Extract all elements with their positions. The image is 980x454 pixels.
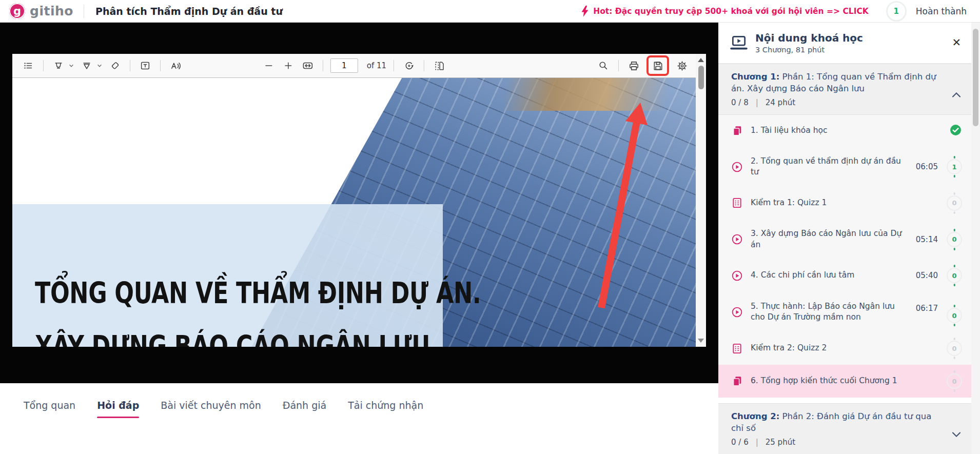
tab-tai-chung-nhan[interactable]: Tải chứng nhận (348, 400, 423, 418)
badge-count: 1 (952, 163, 956, 171)
chevron-down-icon[interactable] (952, 431, 961, 438)
sidebar-subtitle: 3 Chương, 81 phút (755, 46, 863, 54)
zoom-in-icon[interactable] (281, 58, 296, 73)
chapter-2-label: Chương 2: (731, 411, 779, 421)
page-scroll-thumb[interactable] (973, 29, 978, 126)
chapter-1-duration: 24 phút (766, 98, 795, 107)
pdf-scroll-thumb[interactable] (698, 66, 704, 89)
fit-width-icon[interactable] (300, 58, 316, 73)
page-spread-icon[interactable] (432, 58, 447, 73)
chapter-1-meta: 0 / 8 | 24 phút (731, 98, 945, 107)
close-icon[interactable]: ✕ (952, 37, 961, 48)
toolbar-divider (394, 60, 394, 71)
chapter-2-meta: 0 / 6 | 25 phút (731, 438, 945, 447)
chevron-up-icon[interactable] (952, 92, 961, 98)
lesson-progress-badge: 1 (947, 159, 962, 174)
chapter-1-label: Chương 1: (731, 72, 779, 82)
chapter-2-title: Chương 2: Phần 2: Đánh giá Dự án đầu tư … (731, 411, 945, 435)
app-header: g gitiho Phân tích Thẩm định Dự án đầu t… (0, 0, 980, 23)
draw-pen-options-chevron-icon[interactable] (95, 58, 103, 73)
chapter-2-progress: 0 / 6 (731, 438, 749, 447)
scroll-down-icon[interactable] (698, 339, 704, 343)
gitiho-logo[interactable]: g gitiho (0, 3, 73, 19)
tab-danh-gia[interactable]: Đánh giá (283, 400, 326, 418)
play-icon (731, 306, 743, 318)
sidebar-header: Nội dung khoá học 3 Chương, 81 phút ✕ (718, 23, 971, 64)
hot-promo-text: Hot: Đặc quyền truy cập 500+ khoá với gó… (593, 7, 869, 16)
tab-hoi-dap[interactable]: Hỏi đáp (97, 400, 139, 418)
toolbar-divider (130, 60, 130, 71)
header-divider (84, 5, 84, 18)
page-scrollbar[interactable] (971, 23, 980, 454)
crane-accent (480, 78, 696, 111)
lesson-title: Kiểm tra 1: Quizz 1 (751, 198, 930, 209)
tab-tong-quan[interactable]: Tổng quan (24, 400, 75, 418)
course-title: Phân tích Thẩm định Dự án đầu tư (95, 6, 283, 17)
pdf-page[interactable]: TỔNG QUAN VỀ THẨM ĐỊNH DỰ ÁN. XÂY DỰNG B… (12, 78, 696, 347)
settings-gear-icon[interactable] (674, 58, 690, 73)
draw-pen-tool-icon[interactable] (79, 58, 94, 73)
toolbar-divider (618, 60, 619, 71)
search-icon[interactable] (596, 58, 611, 73)
chapter-1-title: Chương 1: Phần 1: Tổng quan về Thẩm định… (731, 71, 945, 95)
document-icon (731, 125, 743, 136)
complete-button[interactable]: Hoàn thành (916, 6, 967, 16)
course-tabs-section: Tổng quan Hỏi đáp Bài viết chuyên môn Đá… (0, 383, 718, 454)
eraser-tool-icon[interactable] (107, 58, 123, 73)
lesson-row[interactable]: 4. Các chi phí cần lưu tâm 05:40 0 (718, 259, 971, 292)
chapter-1-header[interactable]: Chương 1: Phần 1: Tổng quan về Thẩm định… (718, 64, 971, 115)
pdf-viewer: of 11 (12, 54, 706, 347)
lesson-row[interactable]: Kiểm tra 1: Quizz 1 0 (718, 187, 971, 220)
lesson-row-active[interactable]: 6. Tổng hợp kiến thức cuối Chương 1 0 (718, 365, 971, 398)
lesson-duration: 05:40 (916, 271, 938, 280)
lesson-progress-badge: 0 (947, 308, 962, 323)
hot-promo-link[interactable]: Hot: Đặc quyền truy cập 500+ khoá với gó… (581, 6, 869, 17)
lesson-row[interactable]: 1. Tài liệu khóa học (718, 115, 971, 147)
lesson-row[interactable]: 2. Tổng quan về thẩm định dự án đầu tư 0… (718, 147, 971, 187)
quiz-icon (731, 197, 743, 209)
lesson-progress-badge: 0 (947, 268, 962, 283)
quiz-icon (731, 343, 743, 354)
chapter-2-section: Chương 2: Phần 2: Đánh giá Dự án đầu tư … (718, 403, 971, 454)
progress-count-badge[interactable]: 1 (886, 1, 907, 22)
badge-count: 0 (952, 272, 956, 280)
lesson-row[interactable]: Kiểm tra 2: Quizz 2 0 (718, 332, 971, 365)
chapter-2-header[interactable]: Chương 2: Phần 2: Đánh giá Dự án đầu tư … (718, 403, 971, 454)
zoom-out-icon[interactable] (261, 58, 277, 73)
viewer-stage: of 11 (0, 23, 718, 383)
lesson-progress-badge: 0 (947, 341, 962, 356)
play-icon (731, 270, 743, 282)
lesson-title: 6. Tổng hợp kiến thức cuối Chương 1 (751, 376, 930, 387)
badge-count: 0 (952, 312, 956, 320)
lesson-row[interactable]: 3. Xây dựng Báo cáo Ngân lưu của Dự án 0… (718, 220, 971, 259)
lesson-row[interactable]: 5. Thực hành: Lập Báo cáo Ngân lưu cho D… (718, 292, 971, 332)
lesson-title: 1. Tài liệu khóa học (751, 125, 942, 136)
meta-separator: | (756, 98, 758, 107)
toolbar-divider (43, 60, 44, 71)
lesson-title: Kiểm tra 2: Quizz 2 (751, 343, 930, 354)
meta-separator: | (756, 438, 758, 447)
lesson-duration: 06:05 (916, 162, 938, 171)
text-box-tool-icon[interactable] (138, 58, 153, 73)
completed-check-icon (949, 124, 962, 139)
laptop-video-icon (730, 35, 748, 51)
save-highlight-box (646, 55, 669, 76)
save-icon[interactable] (650, 58, 665, 73)
pdf-scrollbar[interactable] (696, 54, 706, 347)
page-number-input[interactable] (330, 58, 358, 73)
play-icon (731, 161, 743, 173)
highlighter-options-chevron-icon[interactable] (67, 58, 75, 73)
course-content-sidebar: Nội dung khoá học 3 Chương, 81 phút ✕ Ch… (718, 23, 971, 454)
read-aloud-icon[interactable] (168, 58, 183, 73)
sidebar-toggle-icon[interactable] (21, 58, 36, 73)
badge-count: 0 (952, 235, 956, 243)
scroll-up-icon[interactable] (698, 58, 704, 62)
highlighter-tool-icon[interactable] (51, 58, 66, 73)
sidebar-title: Nội dung khoá học (755, 32, 863, 45)
rotate-page-icon[interactable] (401, 58, 417, 73)
gitiho-logo-text: gitiho (30, 4, 73, 18)
lesson-progress-badge: 0 (947, 373, 962, 389)
lesson-title: 5. Thực hành: Lập Báo cáo Ngân lưu cho D… (751, 301, 908, 323)
print-icon[interactable] (626, 58, 641, 73)
tab-bai-viet-chuyen-mon[interactable]: Bài viết chuyên môn (161, 400, 261, 418)
